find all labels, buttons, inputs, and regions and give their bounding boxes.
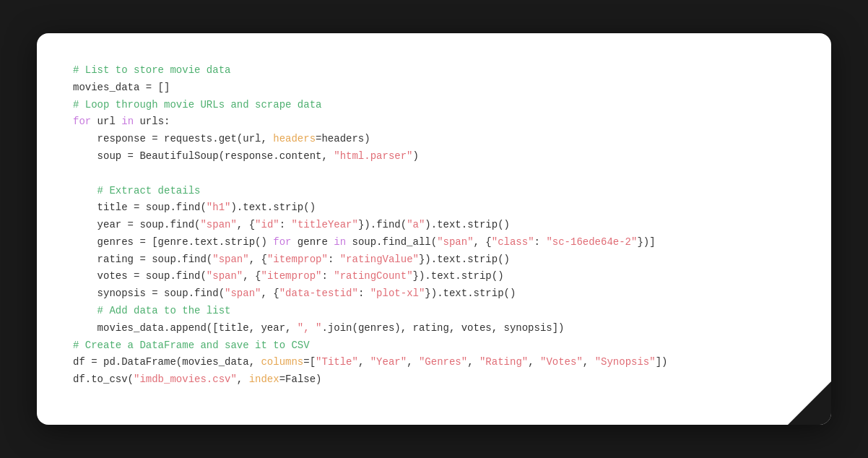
append-line: movies_data.append([title, year, — [97, 322, 298, 334]
synopsis-line: synopsis = soup.find( — [97, 288, 225, 299]
to-csv-line: df.to_csv( — [73, 373, 134, 385]
votes-line: votes = soup.find( — [97, 270, 207, 282]
rating-line: rating = soup.find( — [97, 254, 213, 265]
movies-data-init: movies_data = [] — [73, 82, 170, 93]
genres-line: genres = [genre.text.strip() — [97, 236, 274, 248]
df-line: df = pd.DataFrame(movies_data, — [73, 356, 261, 368]
comment-dataframe: # Create a DataFrame and save it to CSV — [73, 340, 310, 351]
code-block: # List to store movie data movies_data =… — [73, 62, 795, 389]
comment-list-store: # List to store movie data — [73, 64, 230, 76]
comment-add: # Add data to the list — [97, 305, 231, 316]
year-line: year = soup.find( — [97, 219, 201, 230]
code-card: # List to store movie data movies_data =… — [37, 33, 831, 425]
response-line: response = requests.get(url, — [97, 133, 274, 144]
for-loop-keyword: for — [73, 116, 91, 127]
comment-extract: # Extract details — [97, 185, 201, 196]
soup-line: soup = BeautifulSoup(response.content, — [97, 150, 334, 162]
comment-loop: # Loop through movie URLs and scrape dat… — [73, 99, 321, 111]
title-line: title = soup.find( — [97, 202, 207, 213]
